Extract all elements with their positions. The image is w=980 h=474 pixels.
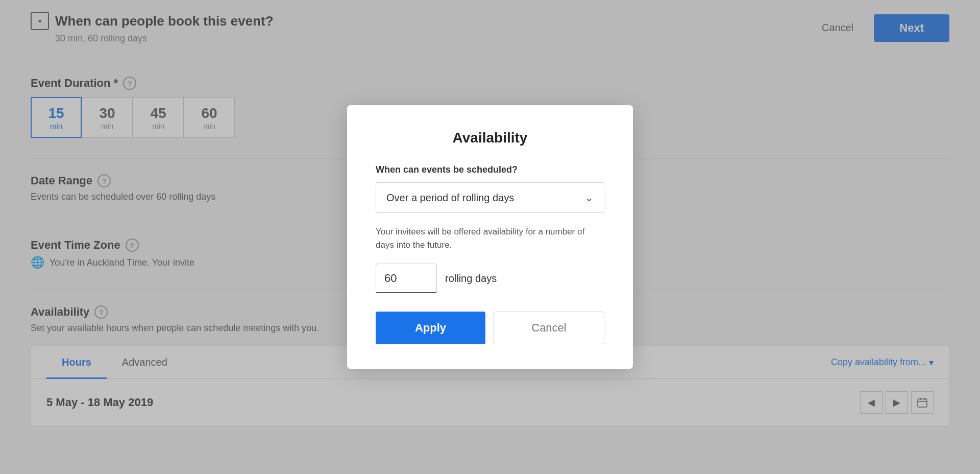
chevron-down-icon: ⌄ [584,191,594,204]
modal-cancel-button[interactable]: Cancel [494,312,604,344]
modal-dropdown[interactable]: Over a period of rolling days ⌄ [376,182,604,213]
modal-title: Availability [376,130,604,146]
modal-question: When can events be scheduled? [376,164,604,175]
availability-modal: Availability When can events be schedule… [347,105,633,369]
page-container: ▪ When can people book this event? 30 mi… [0,0,980,474]
modal-description: Your invitees will be offered availabili… [376,225,604,251]
modal-dropdown-value: Over a period of rolling days [386,192,514,204]
modal-overlay: Availability When can events be schedule… [0,0,980,474]
modal-actions: Apply Cancel [376,312,604,344]
apply-button[interactable]: Apply [376,312,485,344]
modal-input-row: rolling days [376,264,604,293]
rolling-days-label: rolling days [445,273,497,285]
rolling-days-input[interactable] [376,264,437,293]
